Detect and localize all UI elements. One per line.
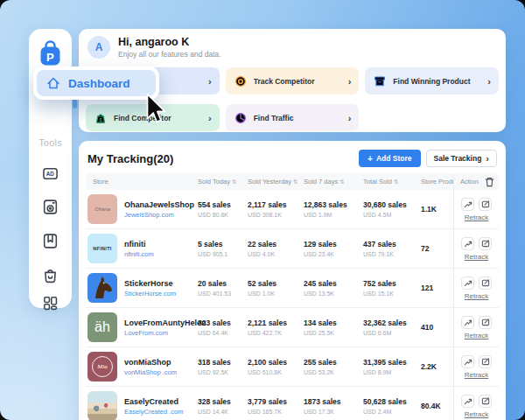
- store-domain-link[interactable]: vonMiaShop .com: [124, 368, 177, 376]
- card-label: Find Winning Product: [393, 77, 481, 86]
- retrack-link[interactable]: Retrack: [465, 371, 489, 379]
- sort-icon: ⇅: [293, 178, 298, 185]
- retrack-link[interactable]: Retrack: [465, 253, 489, 261]
- card-track-competitor[interactable]: Track Competitor ›: [226, 67, 360, 94]
- add-store-button[interactable]: + Add Store: [359, 150, 420, 167]
- horse-logo-icon: [88, 273, 117, 303]
- column-store-products: Store Products: [421, 178, 453, 186]
- column-sold-7days[interactable]: Sold 7 days⇅: [304, 178, 363, 186]
- mouse-cursor: [141, 93, 171, 130]
- dashboard-popup-label: Dashboard: [68, 77, 130, 90]
- product-box-icon: [373, 74, 387, 88]
- table-row: äh LoveFromAuntyHelen LoveFrom.com 323 s…: [86, 308, 499, 347]
- app-screen: P Tools AD: [0, 0, 525, 420]
- store-logo: äh: [88, 312, 117, 342]
- store-products-count: 121: [421, 284, 453, 292]
- greeting-subtitle: Enjoy all our features and data.: [118, 50, 221, 59]
- retrack-link[interactable]: Retrack: [465, 332, 489, 340]
- store-logo: Ohana: [88, 194, 117, 224]
- tools-section-label: Tools: [29, 137, 72, 148]
- store-domain-link[interactable]: EaselyCreated .com: [124, 408, 184, 416]
- edit-icon: [481, 318, 490, 326]
- store-logo: [88, 273, 117, 303]
- svg-text:AD: AD: [46, 171, 55, 177]
- chevron-right-icon: ›: [486, 153, 489, 164]
- column-store: Store: [86, 178, 198, 186]
- edit-action-button[interactable]: [479, 316, 492, 329]
- store-products-count: 72: [421, 244, 453, 253]
- apps-grid-icon: [41, 294, 60, 312]
- store-name: LoveFromAuntyHelen: [124, 318, 206, 327]
- store-logo: Mia: [88, 352, 117, 382]
- column-action: Action: [453, 173, 499, 190]
- analytics-action-button[interactable]: [461, 355, 474, 368]
- target-icon: [234, 74, 248, 88]
- edit-action-button[interactable]: [479, 355, 492, 368]
- store-domain-link[interactable]: LoveFrom.com: [124, 329, 206, 337]
- sort-icon: ⇅: [394, 178, 398, 185]
- trash-icon: [485, 177, 494, 187]
- chart-icon: [464, 278, 472, 287]
- ad-icon: AD: [41, 164, 60, 183]
- table-row: StickerHorse StickerHorse.com 20 salesUS…: [86, 269, 499, 308]
- bookmark-icon: [41, 232, 60, 250]
- store-logo: NFINITI: [88, 234, 117, 263]
- analytics-action-button[interactable]: [461, 237, 474, 250]
- sale-tracking-button[interactable]: Sale Tracking ›: [426, 150, 497, 167]
- card-find-traffic[interactable]: Find Traffic ›: [226, 104, 360, 131]
- home-icon: [46, 75, 61, 91]
- column-total-sold[interactable]: Total Sold⇅: [363, 178, 421, 186]
- analytics-action-button[interactable]: [461, 198, 474, 211]
- column-sold-today[interactable]: Sold Today⇅: [198, 178, 248, 186]
- greeting-text: Hi, angaroo K: [118, 36, 221, 48]
- shop-bag-icon: [41, 266, 60, 284]
- retrack-link[interactable]: Retrack: [465, 292, 489, 300]
- edit-action-button[interactable]: [479, 237, 492, 250]
- chart-icon: [464, 318, 472, 326]
- analytics-action-button[interactable]: [461, 276, 474, 290]
- svg-text:P: P: [46, 51, 54, 64]
- store-name: nfiniti: [124, 240, 154, 248]
- edit-action-button[interactable]: [479, 276, 492, 290]
- store-dollar-icon: $: [94, 111, 108, 125]
- chart-icon: [464, 200, 472, 208]
- store-logo: [88, 391, 117, 420]
- store-domain-link[interactable]: StickerHorse.com: [124, 290, 176, 298]
- retrack-link[interactable]: Retrack: [465, 410, 489, 418]
- analytics-action-button[interactable]: [461, 316, 474, 329]
- avatar: A: [88, 36, 110, 59]
- ad-spy-icon: [41, 198, 60, 216]
- edit-action-button[interactable]: [479, 198, 492, 211]
- store-products-count: 1.1K: [421, 205, 453, 214]
- chevron-right-icon: ›: [487, 76, 491, 87]
- sidebar-item-shop-finder[interactable]: [41, 266, 60, 284]
- my-tracking-panel: My Tracking(20) + Add Store Sale Trackin…: [79, 141, 506, 420]
- edit-action-button[interactable]: [479, 395, 492, 408]
- pie-chart-icon: [234, 111, 248, 125]
- chevron-right-icon: ›: [348, 76, 352, 87]
- sort-icon: ⇅: [340, 178, 344, 185]
- store-domain-link[interactable]: nfiniti.com: [124, 250, 154, 258]
- sidebar-item-ad-library[interactable]: AD: [41, 164, 60, 183]
- delete-all-button[interactable]: [485, 177, 494, 187]
- chart-icon: [464, 239, 472, 248]
- chevron-right-icon: ›: [348, 113, 352, 123]
- store-domain-link[interactable]: JewelsShop.com: [124, 211, 194, 219]
- edit-icon: [481, 278, 490, 287]
- store-name: StickerHorse: [124, 279, 176, 288]
- analytics-action-button[interactable]: [461, 395, 474, 408]
- sidebar-item-saved[interactable]: [41, 232, 60, 250]
- edit-icon: [481, 239, 490, 248]
- sidebar-item-apps[interactable]: [41, 294, 60, 312]
- retrack-link[interactable]: Retrack: [465, 214, 489, 221]
- chart-icon: [464, 396, 472, 405]
- chevron-right-icon: ›: [208, 113, 212, 123]
- card-find-winning-product[interactable]: Find Winning Product ›: [365, 67, 499, 94]
- column-sold-yesterday[interactable]: Sold Yesterday⇅: [248, 178, 304, 186]
- sidebar-item-ad-spy[interactable]: [41, 198, 60, 216]
- edit-icon: [481, 357, 490, 366]
- chart-icon: [464, 357, 472, 366]
- store-products-count: 80.4K: [421, 402, 453, 410]
- store-products-count: 2.2K: [421, 362, 453, 371]
- card-label: Find Traffic: [254, 114, 342, 122]
